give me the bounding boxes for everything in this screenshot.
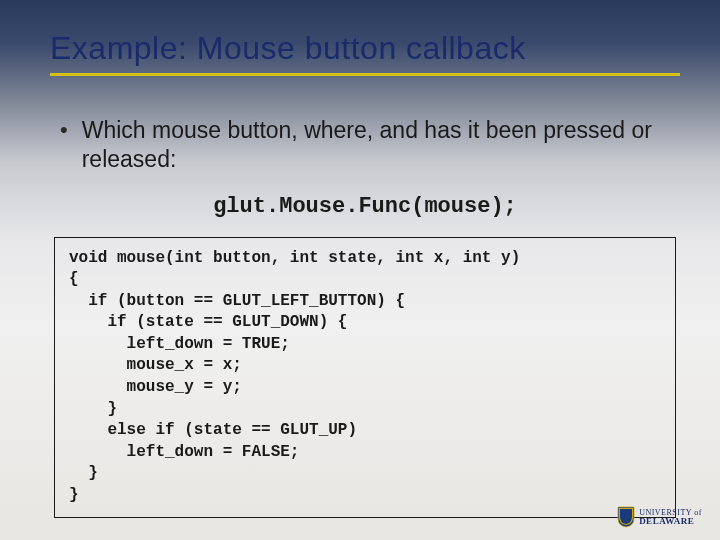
- bullet-item: • Which mouse button, where, and has it …: [50, 116, 680, 174]
- bullet-text: Which mouse button, where, and has it be…: [82, 116, 680, 174]
- shield-icon: [617, 506, 635, 528]
- logo-text: UNIVERSITY of DELAWARE: [639, 509, 702, 526]
- slide-title: Example: Mouse button callback: [50, 30, 680, 76]
- bullet-glyph: •: [60, 116, 68, 145]
- code-block: void mouse(int button, int state, int x,…: [54, 237, 676, 518]
- logo-line2: DELAWARE: [639, 517, 702, 526]
- api-call-line: glut.Mouse.Func(mouse);: [50, 194, 680, 219]
- university-logo: UNIVERSITY of DELAWARE: [617, 506, 702, 528]
- slide-content: Example: Mouse button callback • Which m…: [0, 0, 720, 538]
